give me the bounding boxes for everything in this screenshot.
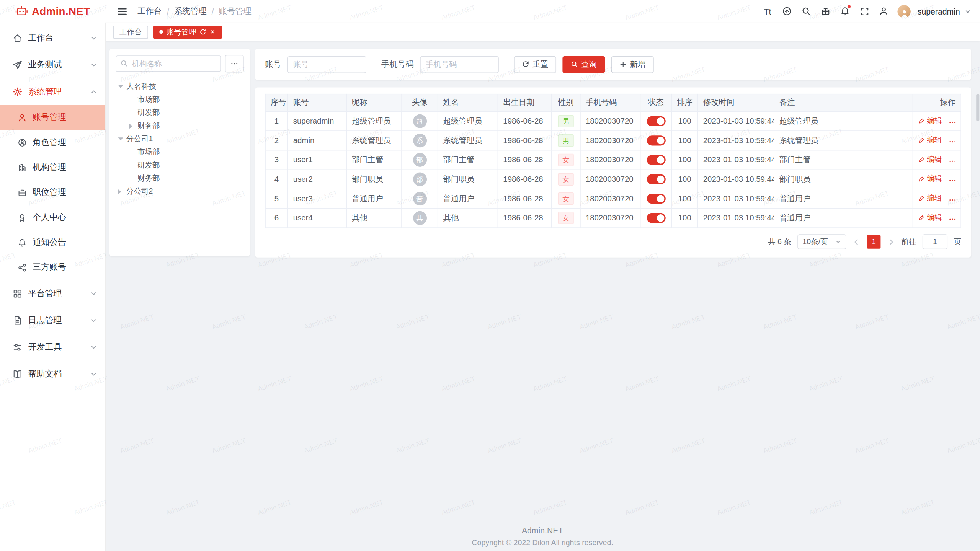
cell-modified: 2023-01-03 10:59:44 bbox=[698, 189, 774, 209]
tab-account-manage[interactable]: 账号管理 bbox=[153, 25, 222, 38]
sidebar-item-role-manage[interactable]: 角色管理 bbox=[0, 130, 105, 155]
cell-name: 部门主管 bbox=[438, 150, 498, 170]
more-actions-button[interactable] bbox=[948, 157, 957, 166]
tree-node[interactable]: 市场部 bbox=[116, 93, 244, 106]
theme-icon[interactable] bbox=[818, 3, 834, 19]
edit-label: 编辑 bbox=[927, 193, 942, 204]
sidebar-item-platform-manage[interactable]: 平台管理 bbox=[0, 280, 105, 306]
breadcrumb-item[interactable]: 系统管理 bbox=[174, 6, 207, 17]
edit-label: 编辑 bbox=[927, 154, 942, 165]
more-actions-button[interactable] bbox=[948, 176, 957, 185]
more-actions-button[interactable] bbox=[948, 118, 957, 127]
tree-node-label: 研发部 bbox=[137, 108, 160, 118]
phone-input[interactable] bbox=[420, 56, 499, 73]
search-icon bbox=[571, 60, 578, 68]
refresh-icon[interactable] bbox=[199, 28, 206, 35]
breadcrumb-item[interactable]: 工作台 bbox=[137, 6, 162, 17]
username[interactable]: superadmin bbox=[918, 7, 960, 16]
edit-button[interactable]: 编辑 bbox=[918, 212, 942, 223]
search-icon[interactable] bbox=[798, 3, 814, 19]
tree-node[interactable]: 分公司2 bbox=[116, 185, 244, 198]
more-actions-button[interactable] bbox=[948, 215, 957, 223]
tree-node[interactable]: 大名科技 bbox=[116, 80, 244, 93]
cell-modified: 2023-01-03 10:59:44 bbox=[698, 170, 774, 189]
account-input[interactable] bbox=[287, 56, 366, 73]
table-row[interactable]: 2 admin 系统管理员 系 系统管理员 1986-06-28 男 18020… bbox=[265, 131, 961, 150]
cell-order: 100 bbox=[671, 150, 698, 170]
caret-right-icon[interactable] bbox=[129, 123, 137, 128]
page-size-select[interactable]: 10条/页 bbox=[797, 234, 846, 249]
caret-down-icon[interactable] bbox=[118, 85, 126, 88]
edit-button[interactable]: 编辑 bbox=[918, 193, 942, 204]
sidebar-item-account-manage[interactable]: 账号管理 bbox=[0, 105, 105, 130]
prev-page-button[interactable] bbox=[853, 238, 861, 246]
tree-node[interactable]: 研发部 bbox=[116, 159, 244, 172]
fullscreen-icon[interactable] bbox=[856, 3, 872, 19]
tree-node[interactable]: 财务部 bbox=[116, 172, 244, 185]
close-icon[interactable] bbox=[209, 29, 216, 35]
page-number-current[interactable]: 1 bbox=[867, 235, 880, 249]
circle-arrow-icon[interactable] bbox=[779, 3, 795, 19]
status-toggle[interactable] bbox=[647, 116, 665, 126]
add-button[interactable]: 新增 bbox=[611, 56, 654, 73]
next-page-button[interactable] bbox=[887, 238, 895, 246]
tree-node[interactable]: 研发部 bbox=[116, 106, 244, 119]
status-toggle[interactable] bbox=[647, 194, 665, 204]
edit-button[interactable]: 编辑 bbox=[918, 135, 942, 146]
col-phone: 手机号码 bbox=[580, 94, 640, 112]
avatar: 普 bbox=[413, 192, 426, 205]
status-toggle[interactable] bbox=[647, 213, 665, 223]
reset-button[interactable]: 重置 bbox=[514, 56, 556, 73]
sidebar-item-workbench[interactable]: 工作台 bbox=[0, 24, 105, 51]
tab-workbench[interactable]: 工作台 bbox=[113, 25, 148, 38]
table-row[interactable]: 1 superadmin 超级管理员 超 超级管理员 1986-06-28 男 … bbox=[265, 111, 961, 131]
scrollbar-thumb[interactable] bbox=[976, 94, 979, 121]
sidebar-item-position-manage[interactable]: 职位管理 bbox=[0, 180, 105, 205]
edit-button[interactable]: 编辑 bbox=[918, 116, 942, 126]
edit-icon bbox=[918, 137, 925, 144]
more-options-button[interactable] bbox=[225, 55, 244, 73]
app-logo[interactable]: Admin.NET bbox=[0, 0, 105, 23]
search-button[interactable]: 查询 bbox=[562, 56, 605, 73]
sidebar-item-help-docs[interactable]: 帮助文档 bbox=[0, 360, 105, 387]
tree-node[interactable]: 分公司1 bbox=[116, 132, 244, 145]
sidebar-item-system-manage[interactable]: 系统管理 bbox=[0, 78, 105, 105]
sidebar-item-thirdparty-account[interactable]: 三方账号 bbox=[0, 255, 105, 280]
sidebar-item-business-test[interactable]: 业务测试 bbox=[0, 51, 105, 78]
cell-name: 其他 bbox=[438, 208, 498, 228]
edit-button[interactable]: 编辑 bbox=[918, 174, 942, 184]
sidebar-item-label: 个人中心 bbox=[33, 212, 98, 223]
table-row[interactable]: 6 user4 其他 其 其他 1986-06-28 女 18020030720… bbox=[265, 208, 961, 228]
user-outline-icon[interactable] bbox=[875, 3, 892, 19]
more-actions-button[interactable] bbox=[948, 196, 957, 204]
tabbar: 工作台 账号管理 bbox=[105, 23, 980, 41]
status-toggle[interactable] bbox=[647, 174, 665, 184]
org-search-input[interactable] bbox=[116, 55, 221, 72]
tree-node-label: 市场部 bbox=[137, 147, 160, 158]
cell-phone: 18020030720 bbox=[580, 208, 640, 228]
sidebar-menu: 工作台 业务测试 系统管理 bbox=[0, 24, 105, 388]
sidebar-item-org-manage[interactable]: 机构管理 bbox=[0, 155, 105, 180]
status-toggle[interactable] bbox=[647, 135, 665, 145]
sidebar-item-dev-tools[interactable]: 开发工具 bbox=[0, 334, 105, 360]
tree-node[interactable]: 财务部 bbox=[116, 119, 244, 132]
chevron-down-icon[interactable] bbox=[964, 8, 971, 15]
sidebar-item-notice[interactable]: 通知公告 bbox=[0, 230, 105, 255]
logo-robot-icon bbox=[15, 5, 28, 18]
avatar[interactable] bbox=[898, 5, 911, 18]
more-actions-button[interactable] bbox=[948, 137, 957, 146]
sidebar-item-personal-center[interactable]: 个人中心 bbox=[0, 205, 105, 230]
table-row[interactable]: 3 user1 部门主管 部 部门主管 1986-06-28 女 1802003… bbox=[265, 150, 961, 170]
text-size-icon[interactable]: Tt bbox=[760, 3, 776, 19]
sidebar-item-log-manage[interactable]: 日志管理 bbox=[0, 307, 105, 334]
status-toggle[interactable] bbox=[647, 155, 665, 165]
edit-button[interactable]: 编辑 bbox=[918, 154, 942, 165]
hamburger-menu-icon[interactable] bbox=[114, 3, 130, 19]
table-row[interactable]: 5 user3 普通用户 普 普通用户 1986-06-28 女 1802003… bbox=[265, 189, 961, 209]
tree-node[interactable]: 市场部 bbox=[116, 145, 244, 158]
caret-right-icon[interactable] bbox=[118, 189, 126, 194]
goto-page-input[interactable] bbox=[923, 234, 947, 249]
caret-down-icon[interactable] bbox=[118, 137, 126, 140]
notification-bell-icon[interactable] bbox=[837, 3, 853, 19]
table-row[interactable]: 4 user2 部门职员 部 部门职员 1986-06-28 女 1802003… bbox=[265, 170, 961, 189]
